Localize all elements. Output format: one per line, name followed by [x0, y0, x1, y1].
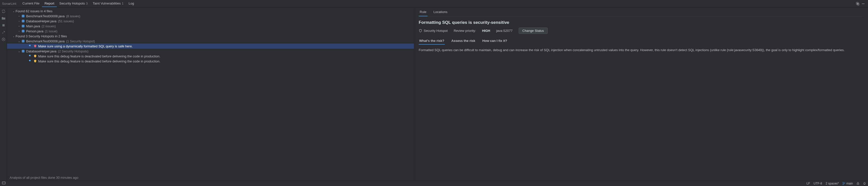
java-file-icon	[21, 19, 25, 23]
java-file-icon	[21, 39, 25, 43]
tree-panel: ⌄ Found 62 issues in 4 files › Benchmark…	[7, 7, 414, 181]
rule-title: Formatting SQL queries is security-sensi…	[419, 20, 864, 25]
tree-file[interactable]: › Person.java (1 issue)	[7, 29, 414, 34]
svg-point-13	[843, 184, 843, 185]
issue-count: (51 issues)	[58, 19, 74, 23]
issue-count: (8 issues)	[66, 14, 80, 18]
subtab-assess-the-risk[interactable]: Assess the risk	[451, 37, 476, 45]
rule-type: Security Hotspot	[419, 29, 447, 33]
review-priority: Review priority:	[454, 29, 476, 33]
hotspot-flag-icon	[28, 59, 32, 63]
hotspot-label: Make sure this debug feature is deactiva…	[38, 60, 160, 63]
svg-point-12	[843, 182, 843, 183]
terminal-icon[interactable]	[2, 181, 5, 186]
java-file-icon	[21, 24, 25, 28]
tab-report[interactable]: Report	[42, 0, 57, 7]
tree-group-hotspots[interactable]: ⌄ Found 3 Security Hotspots in 2 files	[7, 34, 414, 39]
svg-rect-6	[22, 20, 25, 23]
change-status-button[interactable]: Change Status	[519, 28, 548, 34]
rule-meta: Security Hotspot Review priority: HIGH j…	[419, 28, 864, 34]
hotspot-count: (1 Security Hotspot)	[66, 39, 95, 43]
tree-hotspot-item[interactable]: Make sure this debug feature is deactiva…	[7, 59, 414, 64]
hotspot-shield-icon	[33, 44, 37, 48]
priority-value: HIGH	[482, 29, 490, 33]
hotspot-flag-icon	[28, 44, 32, 48]
refresh-icon[interactable]	[1, 9, 6, 13]
svg-rect-15	[857, 183, 859, 185]
top-toolbar: SonarLint: Current File Report Security …	[0, 0, 868, 7]
hotspot-shield-icon	[33, 59, 37, 63]
subtab-how-can-i-fix-it[interactable]: How can I fix it?	[482, 37, 507, 45]
tree-file[interactable]: › BenchmarkTest00008.java (8 issues)	[7, 13, 414, 18]
java-file-icon	[21, 49, 25, 53]
tab-rule[interactable]: Rule	[419, 8, 428, 16]
svg-rect-5	[22, 15, 25, 17]
chevron-down-icon: ⌄	[17, 40, 21, 43]
file-name: BenchmarkTest00008.java	[26, 39, 65, 43]
rule-key: java:S2077	[496, 29, 513, 33]
tree-file[interactable]: ⌄ BenchmarkTest00008.java (1 Security Ho…	[7, 39, 414, 44]
notifications-icon[interactable]	[863, 182, 866, 185]
file-name: Person.java	[26, 29, 43, 33]
tab-log[interactable]: Log	[126, 0, 136, 7]
file-name: BenchmarkTest00008.java	[26, 14, 65, 18]
chevron-right-icon: ›	[17, 30, 21, 33]
svg-rect-1	[2, 24, 4, 27]
file-name: DatabaseHelper.java	[26, 19, 57, 23]
chevron-down-icon: ⌄	[11, 10, 16, 12]
minimize-icon[interactable]	[861, 1, 866, 6]
tree-group-label: Found 3 Security Hotspots in 2 files	[16, 34, 67, 38]
indent[interactable]: 2 spaces*	[826, 182, 839, 185]
svg-rect-10	[22, 50, 25, 53]
chevron-right-icon: ›	[17, 15, 21, 17]
issue-count: (1 issue)	[45, 29, 58, 33]
shield-icon	[419, 29, 422, 33]
chevron-right-icon: ›	[17, 20, 21, 23]
file-name: DatabaseHelper.java	[26, 49, 57, 53]
detail-tabs: Rule Locations	[419, 8, 864, 16]
chevron-down-icon: ⌄	[17, 50, 21, 53]
tree-file[interactable]: › Main.java (2 issues)	[7, 24, 414, 29]
tree-file[interactable]: › DatabaseHelper.java (51 issues)	[7, 18, 414, 24]
tree-hotspot-item[interactable]: Make sure this debug feature is deactiva…	[7, 53, 414, 59]
chevron-down-icon: ⌄	[11, 35, 16, 38]
tab-taint-vulnerabilities[interactable]: Taint Vulnerabilities1	[90, 0, 126, 7]
rule-description: Formatted SQL queries can be difficult t…	[419, 48, 864, 53]
chevron-right-icon: ›	[17, 25, 21, 28]
tools-icon[interactable]	[1, 30, 6, 35]
tab-current-file[interactable]: Current File	[20, 0, 42, 7]
tree-hotspot-item[interactable]: Make sure using a dynamically formatted …	[7, 44, 414, 49]
tree-group-label: Found 62 issues in 4 files	[16, 9, 53, 13]
encoding[interactable]: UTF-8	[813, 182, 822, 185]
subtab-whats-the-risk[interactable]: What's the risk?	[419, 37, 445, 45]
svg-rect-9	[22, 40, 25, 43]
svg-rect-7	[22, 25, 25, 28]
git-branch[interactable]: main	[842, 182, 853, 185]
line-ending[interactable]: LF	[806, 182, 810, 185]
hotspot-label: Make sure using a dynamically formatted …	[38, 44, 133, 48]
detail-panel: Rule Locations Formatting SQL queries is…	[414, 7, 868, 181]
lock-icon[interactable]	[857, 182, 860, 185]
file-name: Main.java	[26, 24, 40, 28]
svg-point-14	[844, 183, 845, 183]
analysis-status: Analysis of all project files done 30 mi…	[7, 175, 414, 181]
tab-security-hotspots[interactable]: Security Hotspots3	[57, 0, 90, 7]
status-bar: LF UTF-8 2 spaces* main	[0, 181, 868, 186]
tree-group-issues[interactable]: ⌄ Found 62 issues in 4 files	[7, 8, 414, 13]
cancel-icon[interactable]	[1, 37, 6, 42]
tree-file[interactable]: ⌄ DatabaseHelper.java (2 Security Hotspo…	[7, 49, 414, 53]
folder-icon[interactable]	[1, 16, 6, 21]
panel-label: SonarLint:	[2, 2, 17, 5]
tab-locations[interactable]: Locations	[433, 8, 448, 16]
gear-icon[interactable]	[855, 1, 861, 6]
hotspot-count: (2 Security Hotspots)	[58, 49, 88, 53]
svg-rect-8	[22, 30, 25, 33]
hotspot-label: Make sure this debug feature is deactiva…	[38, 54, 160, 58]
hotspot-flag-icon	[28, 54, 32, 58]
stop-icon[interactable]	[1, 23, 6, 28]
branch-icon	[842, 182, 845, 185]
issue-tree[interactable]: ⌄ Found 62 issues in 4 files › Benchmark…	[7, 7, 414, 175]
rule-subtabs: What's the risk? Assess the risk How can…	[419, 37, 864, 45]
svg-rect-11	[2, 182, 5, 184]
issue-count: (2 issues)	[42, 24, 56, 28]
